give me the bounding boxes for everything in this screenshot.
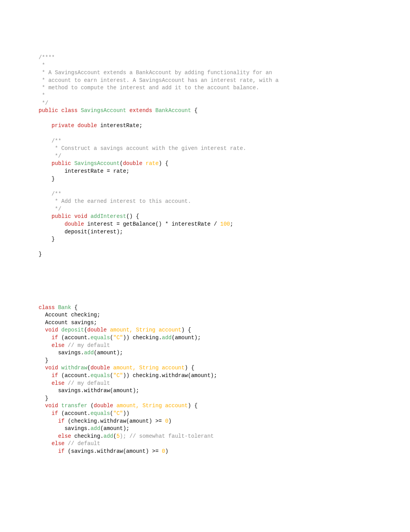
code-line: Account savings; <box>39 320 97 326</box>
code-line: )) checking.withdraw(amount); <box>123 372 217 379</box>
comment-inline: // my default <box>64 380 110 386</box>
string-literal: "C" <box>113 410 123 416</box>
keyword-if: if <box>52 410 58 416</box>
method-name: deposit <box>61 327 84 333</box>
comment-line: * method to compute the interest and add… <box>39 85 259 91</box>
class-name: Bank <box>58 304 71 311</box>
keyword-if: if <box>39 448 64 454</box>
comment-line: /** <box>39 191 61 197</box>
method-name: SavingsAccount <box>74 160 120 167</box>
method-name: transfer <box>61 403 87 409</box>
keyword-double: double <box>64 221 84 227</box>
method-call: equals <box>90 372 110 379</box>
keyword-void: void <box>45 327 58 333</box>
method-call: add <box>162 335 171 341</box>
code-line: (checking.withdraw(amount) >= <box>64 418 165 424</box>
code-line: (amount); <box>172 335 201 341</box>
param-list: amount, String account <box>117 403 188 409</box>
method-call: add <box>84 350 94 356</box>
code-line <box>39 221 64 227</box>
keyword-double: double <box>87 327 107 333</box>
method-call: equals <box>90 335 110 341</box>
number-literal: 100 <box>220 221 230 227</box>
comment-inline: ); // somewhat fault-tolerant <box>120 433 214 439</box>
code-line: (amount); <box>94 350 123 356</box>
code-line: savings. <box>39 425 90 432</box>
keyword-if: if <box>39 418 64 424</box>
keyword-double: double <box>90 365 110 371</box>
method-name: withdraw <box>61 365 87 371</box>
var-name: interestRate; <box>100 122 142 129</box>
comment-line: /**** <box>39 54 55 61</box>
keyword-class: class <box>39 304 55 311</box>
string-literal: "C" <box>113 335 123 341</box>
method-call: add <box>90 425 100 432</box>
keyword-public: public <box>39 107 58 114</box>
comment-line: * A SavingsAccount extends a BankAccount… <box>39 70 272 76</box>
code-line: )) checking. <box>123 335 162 341</box>
keyword-else: else <box>58 433 71 439</box>
comment-line: * Add the earned interest to this accoun… <box>39 198 191 204</box>
code-line: (amount); <box>100 425 130 432</box>
code-line: (account. <box>58 372 90 379</box>
code-line: checking. <box>71 433 103 439</box>
code-line: savings. <box>39 350 84 356</box>
keyword-double: double <box>94 403 113 409</box>
method-name: addInterest <box>90 213 126 219</box>
code-line: (account. <box>58 335 90 341</box>
keyword-public: public <box>52 160 71 167</box>
code-document: /**** * * A SavingsAccount extends a Ban… <box>0 0 410 532</box>
keyword-void: void <box>74 213 87 219</box>
comment-line: /** <box>39 138 61 144</box>
comment-line: */ <box>39 206 61 212</box>
keyword-if: if <box>52 335 58 341</box>
number-literal: 5 <box>117 433 120 439</box>
code-line: deposit(interest); <box>39 229 123 235</box>
method-call: add <box>103 433 113 439</box>
code-line: (savings.withdraw(amount) >= <box>64 448 162 454</box>
keyword-void: void <box>45 403 58 409</box>
keyword-void: void <box>45 365 58 371</box>
comment-line: */ <box>39 153 61 159</box>
comment-inline: // default <box>64 440 100 447</box>
keyword-extends: extends <box>129 107 152 114</box>
class-name: BankAccount <box>156 107 191 114</box>
comment-line: * account to earn interest. A SavingsAcc… <box>39 77 279 83</box>
code-line: savings.withdraw(amount); <box>39 388 139 394</box>
method-call: equals <box>90 410 110 416</box>
number-literal: 0 <box>165 418 168 424</box>
code-line: Account checking; <box>39 312 100 318</box>
comment-line: */ <box>39 100 48 106</box>
param-name: rate <box>146 160 159 167</box>
string-literal: "C" <box>113 372 123 379</box>
keyword-else: else <box>52 380 65 386</box>
keyword-class: class <box>61 107 78 114</box>
code-line: (account. <box>58 410 90 416</box>
keyword-double: double <box>123 160 142 167</box>
comment-line: * <box>39 62 45 68</box>
number-literal: 0 <box>162 448 165 454</box>
comment-inline: // my default <box>64 342 110 348</box>
keyword-else: else <box>52 342 65 348</box>
keyword-private: private <box>52 122 75 129</box>
code-line: interestRate = rate; <box>39 168 129 174</box>
keyword-if: if <box>52 372 58 379</box>
class-name: SavingsAccount <box>81 107 126 114</box>
keyword-else: else <box>52 440 65 447</box>
code-line: interest = getBalance() * interestRate / <box>84 221 220 227</box>
param-list: amount, String account <box>110 327 181 333</box>
comment-line: * <box>39 92 45 99</box>
keyword-public: public <box>52 213 71 219</box>
keyword-double: double <box>78 122 97 129</box>
param-list: amount, String account <box>113 365 185 371</box>
comment-line: * Construct a savings account with the g… <box>39 145 246 151</box>
